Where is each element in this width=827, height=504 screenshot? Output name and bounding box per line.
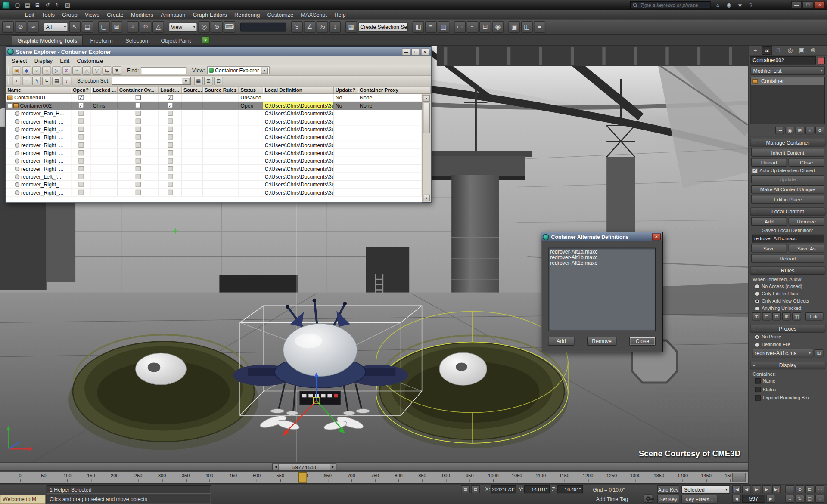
egg-object-right[interactable] xyxy=(439,352,487,385)
auto-update-checkbox[interactable]: Auto Update when Closed xyxy=(751,168,824,173)
edit-in-place-button[interactable]: Edit in Place xyxy=(751,195,824,204)
dialog-titlebar[interactable]: Container Alternate Definitions × xyxy=(541,232,662,241)
show-end-result-icon[interactable]: ◉ xyxy=(785,127,794,134)
advanced-filter-icon[interactable]: ▼ xyxy=(112,66,121,75)
rendered-frame-window-icon[interactable]: ◫ xyxy=(521,21,533,33)
curve-editor-icon[interactable]: ~ xyxy=(467,21,479,33)
manage-container-rollout-header[interactable]: - Manage Container xyxy=(750,139,825,146)
key-filters-button[interactable]: Key Filters... xyxy=(681,495,717,504)
pan-icon[interactable]: ↔ xyxy=(785,495,794,503)
create-tab[interactable]: + xyxy=(750,46,760,55)
favorites-icon[interactable]: ★ xyxy=(735,1,745,9)
use-pivot-point-icon[interactable]: ◎ xyxy=(198,21,210,33)
pin-stack-icon[interactable]: ⊶ xyxy=(775,127,784,134)
list-item-redrover-alt1c-maxc[interactable]: redrover-Alt1c.maxc xyxy=(550,260,653,266)
sync-selection-icon[interactable]: ⇆ xyxy=(103,66,112,75)
expand-toggle[interactable]: - xyxy=(7,103,12,108)
radio-no-proxy[interactable]: No Proxy xyxy=(751,334,824,339)
selection-filter-dropdown[interactable]: All▾ xyxy=(44,22,68,31)
time-slider-track[interactable]: ◀ 597 / 1500 ▶ xyxy=(0,462,748,471)
combine-sets-icon[interactable]: ⊞ xyxy=(204,77,213,85)
zoom-region-icon[interactable]: ▭ xyxy=(815,485,824,493)
column-header-container-proxy[interactable]: Container Proxy xyxy=(358,87,431,93)
time-slider[interactable]: ◀ 597 / 1500 ▶ xyxy=(272,463,336,470)
hierarchy-tab[interactable]: ⊓ xyxy=(773,46,783,55)
coord-y-field[interactable]: -14.841" xyxy=(525,485,550,493)
rectangular-selection-region-icon[interactable]: ▢ xyxy=(98,21,110,33)
zoom-all-icon[interactable]: ⊕ xyxy=(796,485,805,493)
stack-item-container[interactable]: Container xyxy=(751,77,824,85)
orbit-icon[interactable]: ↻ xyxy=(796,495,805,503)
select-and-rotate-icon[interactable]: ↻ xyxy=(140,21,151,33)
proxy-file-dropdown[interactable]: redrover-Alt1c.ma ▾ xyxy=(752,349,813,358)
explorer-menu-edit[interactable]: Edit xyxy=(56,57,73,64)
view-dropdown[interactable]: Container Explorer ▾ xyxy=(207,66,269,74)
explorer-row-redrover-right[interactable]: redrover_Right_...C:\Users\Chris\Documen… xyxy=(6,165,422,173)
maximize-button[interactable]: □ xyxy=(803,1,813,8)
menu-rendering[interactable]: Rendering xyxy=(230,10,263,19)
configure-modifier-sets-icon[interactable]: ⚙ xyxy=(815,127,824,134)
explorer-row-redrover-left-f[interactable]: redrover_Left_f...C:\Users\Chris\Documen… xyxy=(6,173,422,181)
bind-to-space-warp-icon[interactable]: ≈ xyxy=(28,21,39,33)
column-header-status[interactable]: Status xyxy=(239,87,263,93)
next-frame-arrow-icon[interactable]: ▶ xyxy=(330,463,336,470)
auto-key-button[interactable]: Auto Key xyxy=(657,485,679,494)
motion-tab[interactable]: ◎ xyxy=(785,46,795,55)
menu-help[interactable]: Help xyxy=(331,10,350,19)
explorer-menu-display[interactable]: Display xyxy=(31,57,56,64)
make-unique-icon[interactable]: ⊞ xyxy=(796,127,805,134)
lock-scale-icon[interactable]: ⊡ xyxy=(772,312,781,320)
close-container-button[interactable]: Close xyxy=(789,158,824,167)
explorer-row-redrover-right[interactable]: redrover_Right_...C:\Users\Chris\Documen… xyxy=(6,117,422,125)
collapse-all-icon[interactable]: − xyxy=(22,77,31,85)
maximize-viewport-icon[interactable]: ◱ xyxy=(805,495,815,503)
menu-edit[interactable]: Edit xyxy=(21,10,38,19)
show-cameras-icon[interactable]: ▷ xyxy=(52,66,61,75)
dolly-icon[interactable]: ↕ xyxy=(815,495,824,503)
lock-materials-icon[interactable]: ◫ xyxy=(792,312,801,320)
rules-rollout-header[interactable]: - Rules xyxy=(750,267,825,275)
select-by-name-icon[interactable]: ▤ xyxy=(82,21,93,33)
mirror-icon[interactable]: ◧ xyxy=(413,21,424,33)
select-and-manipulate-icon[interactable]: ⊕ xyxy=(211,21,223,33)
new-scene-icon[interactable]: ▢ xyxy=(12,1,22,9)
explorer-row-redrover-fan-h[interactable]: redrover_Fan_H...C:\Users\Chris\Document… xyxy=(6,110,422,117)
explorer-row-redrover-right[interactable]: redrover_Right_...C:\Users\Chris\Documen… xyxy=(6,133,422,141)
explorer-row-container001[interactable]: Container001UnsavedNoNone xyxy=(6,94,422,102)
select-and-move-icon[interactable]: + xyxy=(127,21,139,33)
show-bones-icon[interactable]: △ xyxy=(82,66,91,75)
communication-center-icon[interactable]: ◉ xyxy=(724,1,734,9)
checkbox-icon[interactable] xyxy=(168,95,173,100)
zoom-icon[interactable]: + xyxy=(785,485,794,493)
offset-mode-icon[interactable]: ⊡ xyxy=(471,485,480,493)
make-all-content-unique-button[interactable]: Make All Content Unique xyxy=(751,185,824,194)
render-setup-icon[interactable]: ▣ xyxy=(508,21,520,33)
schematic-view-icon[interactable]: ⊞ xyxy=(479,21,491,33)
show-containers-icon[interactable]: ▣ xyxy=(12,66,21,75)
max-logo-icon[interactable] xyxy=(2,1,10,9)
zoom-extents-icon[interactable]: ⊡ xyxy=(805,485,815,493)
expand-all-icon[interactable]: + xyxy=(12,77,21,85)
explorer-row-redrover-right[interactable]: redrover_Right_...C:\Users\Chris\Documen… xyxy=(6,125,422,133)
column-header-name[interactable]: Name xyxy=(6,87,71,93)
show-lights-icon[interactable]: ☼ xyxy=(42,66,51,75)
modifier-list-dropdown[interactable]: Modifier List ▾ xyxy=(750,66,825,75)
snaps-toggle-icon[interactable]: 3 xyxy=(291,21,303,33)
maxscript-mini-listener[interactable]: Welcome to M xyxy=(0,495,45,504)
unload-button[interactable]: Unload xyxy=(751,158,787,167)
align-icon[interactable]: ≡ xyxy=(425,21,437,33)
checkbox-icon[interactable] xyxy=(78,95,84,100)
display-rollout-header[interactable]: - Display xyxy=(750,362,825,369)
lock-position-icon[interactable]: ⊞ xyxy=(752,312,761,320)
checkbox-icon[interactable] xyxy=(168,103,173,108)
radio-anything-unlocked[interactable]: Anything Unlocked: xyxy=(751,306,824,311)
update-button[interactable]: Update xyxy=(751,175,824,184)
check-status[interactable]: Status xyxy=(754,387,824,392)
explorer-vertical-scrollbar[interactable]: ▲ ▼ xyxy=(422,94,431,202)
edit-named-selection-sets-icon[interactable]: ▦ xyxy=(345,21,357,33)
ribbon-tab-object-paint[interactable]: Object Paint xyxy=(155,36,196,45)
percent-snap-icon[interactable]: % xyxy=(317,21,328,33)
save-button[interactable]: Save xyxy=(751,244,787,253)
show-space-warps-icon[interactable]: ≈ xyxy=(72,66,81,75)
scrollbar-thumb[interactable] xyxy=(423,103,430,133)
